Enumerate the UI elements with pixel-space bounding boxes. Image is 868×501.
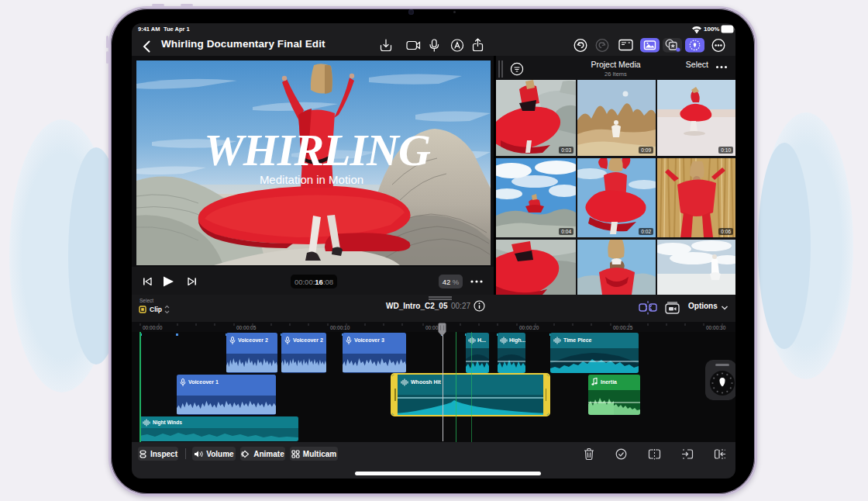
svg-text:00:00:00: 00:00:00: [143, 325, 163, 330]
svg-text:00:00:20: 00:00:20: [519, 325, 539, 330]
svg-text:00:00:10: 00:00:10: [330, 325, 350, 330]
svg-text:00:00:25: 00:00:25: [613, 325, 633, 330]
svg-text:00:00:30: 00:00:30: [706, 325, 726, 330]
svg-text:WHIRLING: WHIRLING: [204, 125, 431, 175]
svg-text:Meditation in Motion: Meditation in Motion: [260, 173, 363, 186]
svg-text:00:00:05: 00:00:05: [236, 325, 257, 330]
